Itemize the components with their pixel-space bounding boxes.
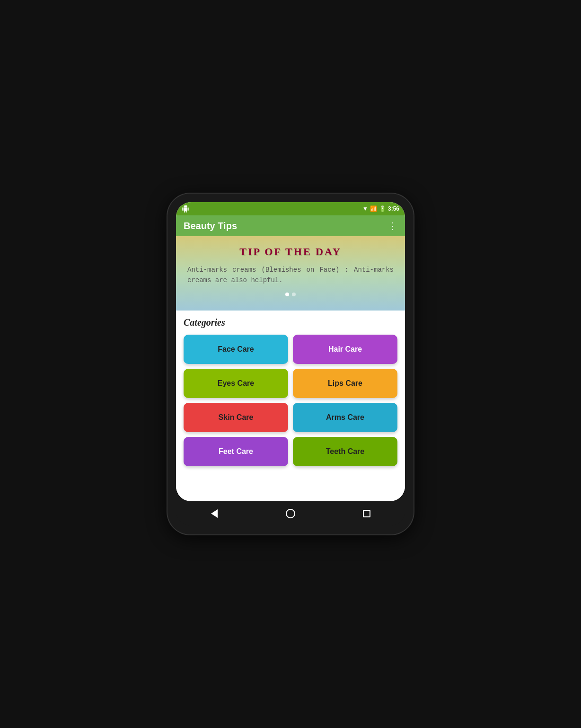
categories-title: Categories <box>184 317 397 328</box>
tip-of-the-day-title: TIP OF THE DAY <box>187 246 394 258</box>
recents-button[interactable] <box>358 505 375 522</box>
category-btn-lips-care[interactable]: Lips Care <box>293 369 397 398</box>
home-button[interactable] <box>282 505 299 522</box>
categories-grid: Face CareHair CareEyes CareLips CareSkin… <box>184 335 397 466</box>
status-bar: ▼ 📶 🔋 3:56 <box>176 202 405 215</box>
signal-icon: 📶 <box>370 205 377 212</box>
banner-dot-2 <box>292 293 296 296</box>
back-button[interactable] <box>206 505 223 522</box>
back-icon <box>211 509 218 518</box>
tip-banner: TIP OF THE DAY Anti-marks creams (Blemis… <box>176 236 405 311</box>
category-btn-feet-care[interactable]: Feet Care <box>184 437 288 466</box>
category-btn-arms-care[interactable]: Arms Care <box>293 403 397 432</box>
android-icon <box>182 205 189 213</box>
category-btn-teeth-care[interactable]: Teeth Care <box>293 437 397 466</box>
status-left <box>182 205 189 213</box>
banner-indicator <box>187 293 394 296</box>
tip-of-the-day-text: Anti-marks creams (Blemishes on Face) : … <box>187 265 394 286</box>
device-frame: ▼ 📶 🔋 3:56 Beauty Tips ⋮ TIP OF THE DAY … <box>167 194 414 534</box>
category-btn-face-care[interactable]: Face Care <box>184 335 288 364</box>
banner-dot-1 <box>285 293 289 296</box>
home-icon <box>286 509 295 518</box>
battery-icon: 🔋 <box>379 205 386 212</box>
app-bar: Beauty Tips ⋮ <box>176 215 405 236</box>
recents-icon <box>363 510 370 517</box>
category-btn-hair-care[interactable]: Hair Care <box>293 335 397 364</box>
categories-section: Categories Face CareHair CareEyes CareLi… <box>176 311 405 501</box>
screen: ▼ 📶 🔋 3:56 Beauty Tips ⋮ TIP OF THE DAY … <box>176 202 405 501</box>
bottom-nav <box>176 501 405 526</box>
overflow-menu-button[interactable]: ⋮ <box>387 220 397 231</box>
time-display: 3:56 <box>388 205 399 212</box>
category-btn-eyes-care[interactable]: Eyes Care <box>184 369 288 398</box>
status-right: ▼ 📶 🔋 3:56 <box>362 205 399 212</box>
wifi-icon: ▼ <box>362 205 368 212</box>
category-btn-skin-care[interactable]: Skin Care <box>184 403 288 432</box>
app-title: Beauty Tips <box>184 221 237 231</box>
